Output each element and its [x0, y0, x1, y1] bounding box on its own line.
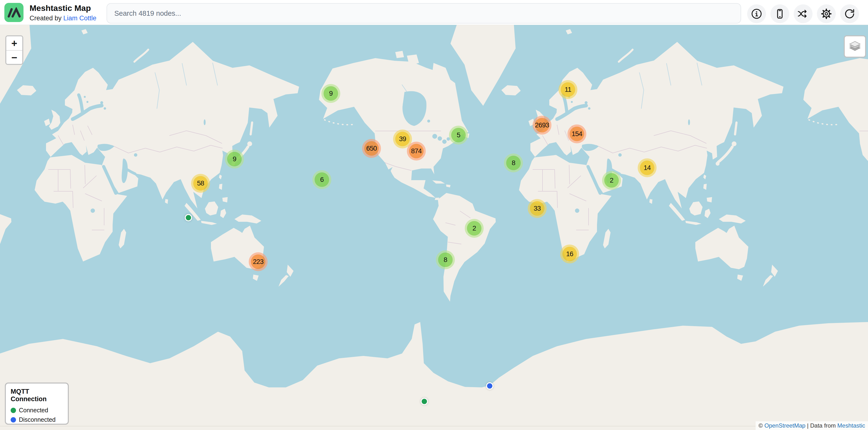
- copyright-symbol: ©: [758, 422, 764, 429]
- meshtastic-link[interactable]: Meshtastic: [837, 422, 865, 429]
- cluster-marker[interactable]: 14: [638, 158, 657, 177]
- markers-layer: 965039874582693111542143316958622328: [0, 0, 868, 430]
- cluster-marker[interactable]: 2693: [533, 116, 552, 135]
- cluster-marker[interactable]: 154: [567, 125, 586, 143]
- author-link[interactable]: Liam Cottle: [63, 14, 97, 22]
- cluster-marker[interactable]: 5: [449, 126, 468, 144]
- cluster-marker[interactable]: 33: [528, 199, 547, 218]
- node-marker-connected[interactable]: [185, 214, 192, 221]
- shuffle-icon: [798, 8, 809, 20]
- zoom-out-button[interactable]: −: [6, 50, 22, 64]
- legend-item-disconnected: Disconnected: [11, 416, 63, 423]
- cluster-marker[interactable]: 2: [602, 171, 621, 190]
- data-from-label: Data from: [810, 422, 837, 429]
- zoom-control: + −: [5, 35, 23, 65]
- meshtastic-logo: [4, 3, 24, 22]
- page-title: Meshtastic Map: [30, 3, 91, 13]
- connected-dot: [11, 408, 16, 413]
- cluster-marker[interactable]: 58: [191, 174, 210, 193]
- meshtastic-logo-icon: [7, 7, 21, 18]
- disconnected-dot: [11, 417, 16, 423]
- cluster-marker[interactable]: 223: [249, 252, 268, 271]
- osm-link[interactable]: OpenStreetMap: [764, 422, 805, 429]
- legend-label: Disconnected: [19, 416, 56, 423]
- info-icon: [751, 8, 762, 20]
- legend-title: MQTT Connection: [11, 388, 63, 403]
- info-button[interactable]: [747, 4, 766, 23]
- refresh-button[interactable]: [840, 4, 859, 23]
- cluster-marker[interactable]: 8: [504, 154, 523, 172]
- layers-control[interactable]: [844, 35, 866, 58]
- cluster-marker[interactable]: 2: [465, 219, 484, 238]
- legend-item-connected: Connected: [11, 407, 63, 414]
- cluster-marker[interactable]: 16: [560, 244, 579, 263]
- app-header: Meshtastic Map Created by Liam Cottle: [0, 0, 868, 25]
- device-button[interactable]: [770, 4, 789, 23]
- map-attribution: © OpenStreetMap | Data from Meshtastic: [755, 421, 868, 430]
- shuffle-button[interactable]: [794, 4, 812, 23]
- zoom-in-button[interactable]: +: [6, 36, 22, 50]
- cluster-marker[interactable]: 9: [225, 150, 244, 168]
- page-subtitle: Created by Liam Cottle: [30, 14, 96, 22]
- cluster-marker[interactable]: 8: [436, 250, 455, 269]
- cluster-marker[interactable]: 11: [558, 80, 578, 99]
- gear-icon: [821, 8, 832, 20]
- mqtt-connection-legend: MQTT Connection Connected Disconnected: [5, 383, 69, 425]
- cluster-marker[interactable]: 6: [312, 170, 331, 189]
- smartphone-icon: [774, 8, 785, 20]
- layers-icon: [848, 40, 862, 53]
- node-marker-disconnected[interactable]: [486, 382, 493, 390]
- cluster-marker[interactable]: 874: [407, 142, 426, 161]
- subtitle-prefix: Created by: [30, 14, 63, 22]
- attribution-separator: |: [806, 422, 810, 429]
- node-marker-connected[interactable]: [421, 398, 428, 405]
- settings-button[interactable]: [817, 4, 836, 23]
- refresh-icon: [844, 8, 855, 20]
- cluster-marker[interactable]: 9: [321, 84, 340, 103]
- cluster-marker[interactable]: 650: [362, 139, 381, 158]
- legend-label: Connected: [19, 407, 48, 414]
- search-input[interactable]: [106, 3, 741, 24]
